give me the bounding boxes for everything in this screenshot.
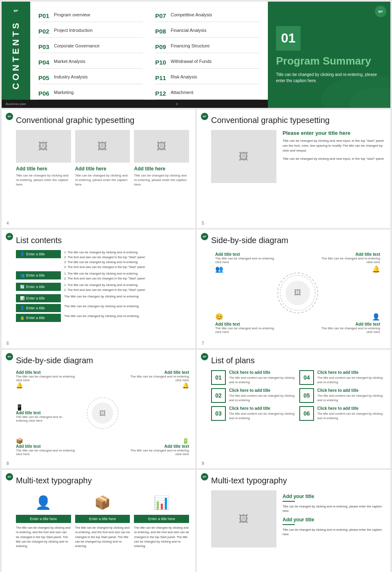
p07-text: Competitive Analysis <box>171 12 212 17</box>
corner-tl: Add title text The title can be changed … <box>215 252 281 273</box>
list-desc-6: The title can be changed by clicking and… <box>64 314 139 319</box>
slide-side-diagram-2: BP Side-by-side diagram 🖼 Add title text… <box>2 350 195 468</box>
plan-01-text: The title and content can be changed by … <box>229 376 296 384</box>
plan-02-text: The title and content can be changed by … <box>229 394 296 402</box>
slide6-title: Side-by-side diagram <box>16 356 189 365</box>
slide7-title: List of plans <box>211 356 384 365</box>
plan-03-num: 03 <box>211 406 226 421</box>
slide9-img-icon: 🖼 <box>239 513 249 525</box>
contents-items: P01 Program overview P07 Competitive Ana… <box>38 10 260 100</box>
list-btn-2[interactable]: 👥 Enter a title <box>16 271 61 279</box>
p03-text: Corporate Governance <box>54 43 100 48</box>
slide3-page: 5 <box>202 221 204 226</box>
card3-image: 🖼 <box>134 130 189 163</box>
plan-02-num: 02 <box>211 388 226 403</box>
corner-br-title: Add title text <box>314 322 380 326</box>
slide9-divider-1 <box>283 501 295 502</box>
list-row-6: 🔒 Enter a title The title can be changed… <box>16 314 189 322</box>
list-btn-6[interactable]: 🔒 Enter a title <box>16 314 61 322</box>
multi-text-2: The title can be changed by clicking and… <box>75 525 130 548</box>
slide5-content: Side-by-side diagram Add title text The … <box>203 236 384 336</box>
s6-ml-title: Add title text <box>16 411 68 415</box>
slide9-text-1: Title can be changed by clicking and re-… <box>283 504 384 514</box>
corner-br-icon: 👤 <box>314 313 380 321</box>
p05-text: Industry Analysis <box>54 74 88 79</box>
corner-tr-text: The title can be changed and re-entering… <box>314 257 380 264</box>
list-icon-4: 📊 <box>20 296 24 300</box>
s6-tl: Add title text The title can be changed … <box>16 370 82 389</box>
contents-label: CONTENTS <box>11 20 21 89</box>
list-row-3: 🔄 Enter a title 1. The title can be chan… <box>16 283 189 293</box>
slide3-text-block: Please enter your title here Title can b… <box>283 130 384 183</box>
slide-conventional-left: BP Conventional graphic typesetting 🖼 Ad… <box>2 109 195 228</box>
list-btn-4[interactable]: 📊 Enter a title <box>16 294 61 302</box>
svg-text:🖼: 🖼 <box>99 410 106 417</box>
corner-tl-title: Add title text <box>215 252 281 257</box>
plan-04-title: Click here to add title <box>317 370 384 375</box>
slide6-circle-svg: 🖼 <box>86 397 119 429</box>
contents-item-p07: P07 Competitive Analysis <box>155 10 260 22</box>
multi-btn-1[interactable]: Enter a title here <box>16 515 71 523</box>
s6-tl-icon: 🔔 <box>16 382 82 389</box>
plan-04-content: Click here to add title The title and co… <box>317 370 384 384</box>
s6-br-title: Add title text <box>123 444 189 449</box>
list-desc-4: The title can be changes by clicking and… <box>64 294 139 299</box>
wave-decoration <box>309 59 390 108</box>
p01-num: P01 <box>38 12 51 19</box>
logo-sm: BP <box>6 113 13 120</box>
corner-tr-title: Add title text <box>314 252 380 257</box>
contents-item-p12: P12 Attachment <box>155 87 260 100</box>
plan-01-title: Click here to add title <box>229 370 296 375</box>
plan-03: 03 Click here to add title The title and… <box>211 406 296 421</box>
slide7-page: 9 <box>202 461 204 466</box>
slide-conventional-right: BP Conventional graphic typesetting 🖼 Pl… <box>197 109 390 228</box>
s6-tr-icon: 🔔 <box>123 382 189 389</box>
plan-03-title: Click here to add title <box>229 406 296 411</box>
slide2-title: Conventional graphic typesetting <box>16 116 189 125</box>
slide9-text-block: Add your title Title can be changed by c… <box>283 490 384 547</box>
slide-side-diagram-1: BP Side-by-side diagram Add title text T… <box>197 230 390 348</box>
s6-br: 🔋 Add title text The title can be change… <box>123 438 189 456</box>
plan-01-num: 01 <box>211 370 226 385</box>
multi-card-3: 📊 Enter a title here The title can be ch… <box>134 490 189 548</box>
list-btn-1[interactable]: 👤 Enter a title <box>16 250 61 258</box>
slide8-content: Multi-text typography 👤 Enter a title he… <box>8 476 189 548</box>
slide9-title: Multi-text typography <box>211 476 384 485</box>
svg-text:🖼: 🖼 <box>294 288 301 297</box>
s6-bl-text: The title can be changed and re-entering… <box>16 449 82 456</box>
p01-text: Program overview <box>54 12 90 17</box>
contents-item-p03: P03 Corporate Governance <box>38 41 143 53</box>
plan-06-title: Click here to add title <box>317 406 384 411</box>
corner-bl-title: Add title text <box>215 322 281 326</box>
multi-btn-3[interactable]: Enter a title here <box>134 515 189 523</box>
contents-item-p05: P05 Industry Analysis <box>38 72 143 84</box>
slide9-divider-2 <box>283 524 295 525</box>
corner-tl-text: The title can be changed and re-entering… <box>215 257 281 264</box>
list-row-4: 📊 Enter a title The title can be changes… <box>16 294 189 302</box>
corner-bl: 😊 Add title text The title can be change… <box>215 313 281 334</box>
slides-grid: BP CONTENTS P01 Program overview P07 Com… <box>0 0 392 572</box>
multi-card-2: 📦 Enter a title here The title can be ch… <box>75 490 130 548</box>
plan-04-text: The title and content can be changed by … <box>317 376 384 384</box>
slide5-diagram: Add title text The title can be changed … <box>211 250 384 336</box>
multi-card-1: 👤 Enter a title here The title can be ch… <box>16 490 71 548</box>
multi-icon-2: 📦 <box>75 490 130 515</box>
multi-btn-2[interactable]: Enter a title here <box>75 515 130 523</box>
contents-sidebar: BP CONTENTS <box>2 2 30 108</box>
slide6-logo: BP <box>6 353 14 361</box>
list-btn-3[interactable]: 🔄 Enter a title <box>16 283 61 291</box>
logo-sm-3: BP <box>201 113 208 120</box>
p08-num: P08 <box>155 28 167 35</box>
s6-br-icon: 🔋 <box>123 438 189 444</box>
contents-item-p10: P10 Withdrawal of Funds <box>155 56 260 69</box>
p12-num: P12 <box>155 90 167 97</box>
multi-text-1: The title can be changed by clicking and… <box>16 525 71 548</box>
s6-bl-title: Add title text <box>16 444 82 449</box>
plan-03-content: Click here to add title The title and co… <box>229 406 296 420</box>
list-btn-5[interactable]: 👤 Enter a title <box>16 304 61 312</box>
slide4-title: List contents <box>16 236 189 245</box>
footer-left: Business plan <box>6 102 26 106</box>
slide3-right-text1: Title can be changed by clicking and new… <box>283 139 384 153</box>
p11-text: Risk Analysis <box>171 74 197 79</box>
corner-bl-text: The title can be changed and re-entering… <box>215 326 281 334</box>
